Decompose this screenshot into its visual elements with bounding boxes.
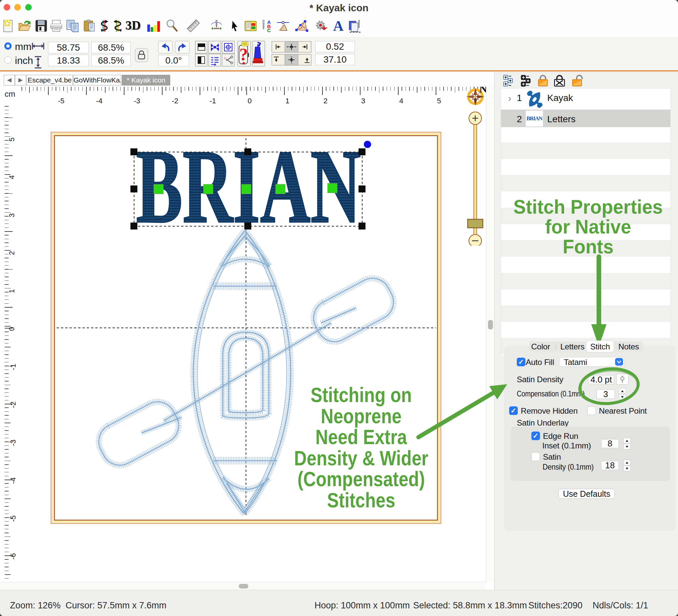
svg-text:?: ? <box>239 45 248 64</box>
svg-text:C: C <box>267 28 271 33</box>
svg-text:A: A <box>333 18 344 34</box>
svg-text:3D: 3D <box>125 18 141 32</box>
svg-text:N: N <box>479 87 486 95</box>
